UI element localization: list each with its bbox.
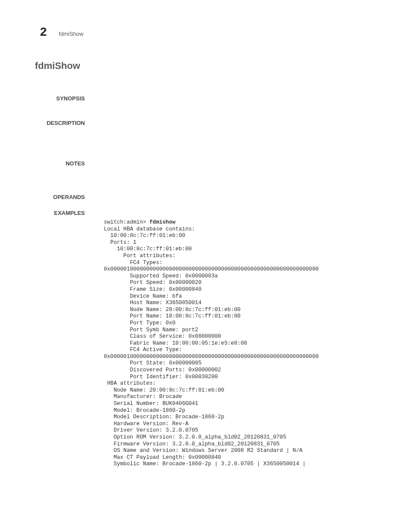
section-label-operands: OPERANDS [20,194,85,200]
chapter-number: 2 [40,25,47,39]
shell-command: fdmishow [149,219,175,225]
example-output: switch:admin> fdmishow Local HBA databas… [104,219,319,468]
section-label-synopsis: SYNOPSIS [20,95,85,102]
command-heading: fdmiShow [35,60,80,72]
shell-prompt: switch:admin> [104,219,149,225]
section-label-notes: NOTES [20,160,85,167]
section-label-examples: EXAMPLES [20,210,85,216]
header-title: fdmiShow [59,31,84,37]
page-header: 2 fdmiShow [40,25,84,39]
shell-output: Local HBA database contains: 10:00:8c:7c… [104,226,319,467]
section-label-description: DESCRIPTION [20,120,85,126]
